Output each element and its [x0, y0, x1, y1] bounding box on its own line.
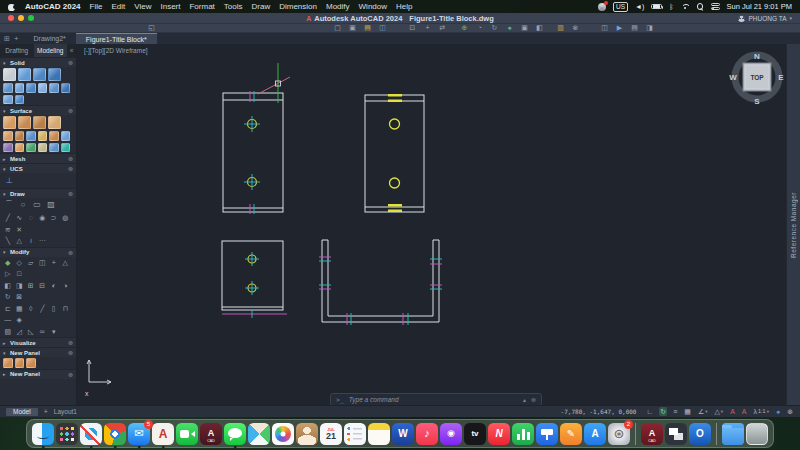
solid-tool-0-0[interactable]: [3, 68, 16, 81]
modify-tool-2-4[interactable]: ▯: [49, 304, 59, 314]
isodraft-icon[interactable]: △▾: [713, 407, 724, 416]
draw-tool-2-1[interactable]: △: [15, 236, 25, 246]
viewcube[interactable]: N S E W TOP: [729, 52, 784, 106]
workspace-icon[interactable]: ●: [775, 407, 781, 416]
dock-item-settings[interactable]: ⊛2: [608, 423, 630, 445]
toolbar-icon-5-2[interactable]: ▤: [629, 24, 640, 32]
surface-tool-2-4[interactable]: [49, 143, 59, 153]
gear-icon[interactable]: ⊛: [68, 371, 73, 378]
toolbar-icon-1-0[interactable]: ▢: [332, 24, 343, 32]
menu-modify[interactable]: Modify: [326, 2, 350, 11]
menu-edit[interactable]: Edit: [111, 2, 125, 11]
battery-icon[interactable]: [651, 4, 662, 10]
palette-section-new-panel[interactable]: ▾New Panel⊛: [0, 347, 76, 357]
surface-tool-1-0[interactable]: [3, 131, 13, 141]
modify-tool-0-7[interactable]: ⊡: [15, 269, 25, 279]
plate-detail-view[interactable]: [222, 241, 287, 318]
draw-tool-0-2[interactable]: ▭: [31, 199, 43, 211]
modify-tool-0-3[interactable]: ◫: [38, 258, 48, 268]
section-caret-icon[interactable]: ▾: [3, 191, 8, 197]
menu-file[interactable]: File: [90, 2, 103, 11]
surface-tool-0-1[interactable]: [18, 116, 31, 129]
dock-item-acadred[interactable]: ACAD: [641, 423, 663, 445]
section-caret-icon[interactable]: ▾: [3, 249, 8, 255]
toolbar-icon-2-0[interactable]: ⊡: [407, 24, 418, 32]
modify-tool-2-1[interactable]: ▦: [15, 304, 25, 314]
dock-item-autocad[interactable]: A: [152, 423, 174, 445]
grid-icon[interactable]: ▦: [683, 407, 692, 416]
toolbar-icon-3-2[interactable]: ↻: [489, 24, 500, 32]
channel-section-view[interactable]: [319, 240, 442, 325]
surface-tool-0-0[interactable]: [3, 116, 16, 129]
dock-item-acad[interactable]: ACAD: [200, 423, 222, 445]
modify-tool-3-0[interactable]: ▧: [3, 327, 13, 337]
cursor-coordinates[interactable]: -7,780, -1,647, 0,000: [561, 408, 637, 415]
surface-tool-1-5[interactable]: [61, 131, 71, 141]
dock-item-screens[interactable]: [665, 423, 687, 445]
dock-item-podcasts[interactable]: ◉: [440, 423, 462, 445]
dock-item-facetime[interactable]: [176, 423, 198, 445]
annotation-scale-icon[interactable]: λ1:1▾: [752, 407, 769, 416]
dock-item-numbers[interactable]: [512, 423, 534, 445]
section-caret-icon[interactable]: ▾: [3, 108, 8, 114]
dock-item-contacts[interactable]: [296, 423, 318, 445]
toolbar-icon-2-1[interactable]: +: [422, 24, 433, 32]
dock-item-appstore[interactable]: A: [584, 423, 606, 445]
modify-tool-1-0[interactable]: ◧: [3, 281, 13, 291]
toolbar-icon-1-3[interactable]: ◫: [377, 24, 388, 32]
new-drawing-tab-button[interactable]: +: [14, 34, 19, 43]
gear-icon[interactable]: ⊛: [68, 190, 73, 197]
add-layout-button[interactable]: +: [44, 408, 48, 415]
section-caret-icon[interactable]: ▾: [3, 350, 8, 356]
draw-tool-1-6[interactable]: ≋: [3, 225, 13, 235]
dock-item-word[interactable]: W: [392, 423, 414, 445]
customization-icon[interactable]: ⊛: [786, 407, 794, 416]
gear-icon[interactable]: ⊛: [68, 165, 73, 172]
gear-icon[interactable]: ⊛: [68, 339, 73, 346]
modify-tool-3-2[interactable]: ◺: [26, 327, 36, 337]
modify-tool-2-7[interactable]: ◈: [15, 315, 25, 325]
draw-tool-0-0[interactable]: ⌒: [3, 199, 15, 211]
dock-item-finder[interactable]: [32, 423, 54, 445]
annotation-visibility-icon[interactable]: A: [729, 407, 736, 416]
section-caret-icon[interactable]: ▾: [3, 60, 8, 66]
palette-section-solid[interactable]: ▾Solid⊛: [0, 57, 76, 67]
zoom-window-button[interactable]: [28, 15, 34, 21]
toolbar-icon-5-3[interactable]: ◨: [644, 24, 655, 32]
command-bar-icon-1[interactable]: ⊛: [531, 396, 536, 403]
modify-tool-2-3[interactable]: ╱: [38, 304, 48, 314]
solid-tool-1-2[interactable]: [26, 83, 36, 93]
input-source-indicator[interactable]: US: [613, 2, 628, 12]
menu-insert[interactable]: Insert: [160, 2, 180, 11]
toolbar-icon-3-3[interactable]: ●: [504, 24, 515, 32]
command-line-bar[interactable]: >_ Type a command ▴⊛: [330, 393, 542, 405]
viewport-controls-label[interactable]: [-][Top][2D Wireframe]: [84, 47, 148, 54]
plate-front-view[interactable]: [223, 91, 283, 214]
modify-tool-0-4[interactable]: +: [49, 258, 59, 268]
new-panel-tool-0-2[interactable]: [26, 358, 36, 368]
close-window-button[interactable]: [8, 15, 14, 21]
solid-tool-0-3[interactable]: [48, 68, 61, 81]
dock-item-launchpad[interactable]: [56, 423, 78, 445]
solid-tool-1-5[interactable]: [61, 83, 71, 93]
palette-tab-drafting[interactable]: Drafting: [0, 44, 34, 57]
surface-tool-2-0[interactable]: [3, 143, 13, 153]
toolbar-icon-4-1[interactable]: ⊗: [570, 24, 581, 32]
dock-item-outlook[interactable]: O: [689, 423, 711, 445]
palette-section-visualize[interactable]: ▸Visualize⊛: [0, 337, 76, 347]
surface-tool-2-1[interactable]: [15, 143, 25, 153]
modify-tool-1-5[interactable]: ◑: [61, 281, 71, 291]
modify-tool-3-4[interactable]: ▾: [49, 327, 59, 337]
dock-item-downloads[interactable]: [722, 423, 744, 445]
menu-view[interactable]: View: [134, 2, 151, 11]
new-panel-tool-0-1[interactable]: [15, 358, 25, 368]
minimize-window-button[interactable]: [18, 15, 24, 21]
gear-icon[interactable]: ⊛: [68, 349, 73, 356]
draw-tool-1-1[interactable]: ∿: [15, 213, 25, 223]
gear-icon[interactable]: ⊛: [68, 155, 73, 162]
menu-draw[interactable]: Draw: [252, 2, 271, 11]
solid-tool-1-1[interactable]: [15, 83, 25, 93]
section-caret-icon[interactable]: ▸: [3, 156, 8, 162]
modify-tool-0-1[interactable]: ◇: [15, 258, 25, 268]
surface-tool-0-3[interactable]: [48, 116, 61, 129]
